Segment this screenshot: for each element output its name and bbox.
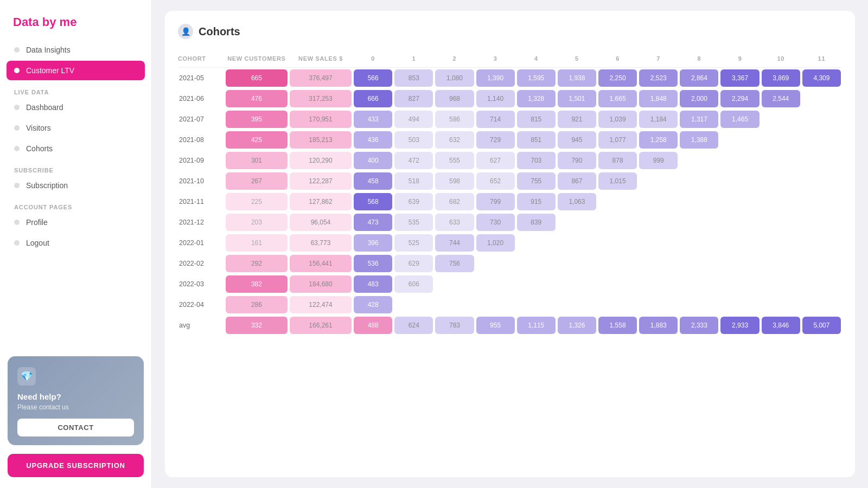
cohort-value-cell — [801, 150, 842, 171]
cohort-value-cell: 1,848 — [638, 88, 679, 109]
col-header-11: 11 — [801, 52, 842, 68]
cohort-value-cell — [516, 274, 557, 294]
cohort-value-cell — [597, 294, 638, 315]
cohort-value-cell: 566 — [353, 68, 393, 88]
cohort-value-cell: 955 — [475, 315, 516, 336]
sidebar-item-label: Dashboard — [26, 103, 63, 112]
cohort-value-cell: 1,140 — [475, 88, 516, 109]
upgrade-subscription-button[interactable]: UPGRADE SUBSCRIPTION — [8, 454, 144, 477]
cohort-value-cell: 1,115 — [516, 315, 557, 336]
sidebar: Data by me Data Insights Customer LTV LI… — [0, 0, 152, 488]
cohort-value-cell — [434, 274, 475, 294]
cohort-value-cell: 2,333 — [679, 315, 719, 336]
cohort-value-cell: 568 — [353, 191, 393, 212]
cohort-value-cell: 999 — [638, 150, 679, 171]
new-customers-cell: 382 — [225, 274, 289, 294]
new-sales-cell: 184,680 — [289, 274, 353, 294]
cohort-value-cell: 2,544 — [761, 88, 801, 109]
sidebar-navigation: Data Insights Customer LTV LIVE DATA Das… — [0, 40, 151, 348]
cohort-value-cell — [557, 294, 597, 315]
cohort-label: 2022-03 — [178, 274, 225, 294]
cohort-value-cell — [516, 233, 557, 253]
cohort-value-cell: 703 — [516, 150, 557, 171]
col-header-5: 5 — [557, 52, 597, 68]
sidebar-item-visitors[interactable]: Visitors — [7, 118, 145, 138]
cohort-value-cell — [719, 130, 760, 150]
help-title: Need help? — [17, 392, 134, 401]
sidebar-item-logout[interactable]: Logout — [7, 233, 145, 253]
new-sales-cell: 170,951 — [289, 109, 353, 130]
new-customers-cell: 395 — [225, 109, 289, 130]
sidebar-item-label: Visitors — [26, 124, 51, 132]
cohort-label: 2022-01 — [178, 233, 225, 253]
cohort-value-cell — [801, 171, 842, 191]
cohort-value-cell: 428 — [353, 294, 393, 315]
cohort-value-cell: 756 — [434, 253, 475, 274]
sidebar-item-label: Profile — [26, 218, 48, 227]
cohort-value-cell — [801, 212, 842, 233]
table-row: 2021-10267122,2874585185986527558671,015 — [178, 171, 842, 191]
cohort-value-cell: 827 — [393, 88, 434, 109]
cohort-value-cell: 867 — [557, 171, 597, 191]
cohort-value-cell: 5,007 — [801, 315, 842, 336]
sidebar-item-profile[interactable]: Profile — [7, 213, 145, 232]
table-row: avg332166,2614886247839551,1151,3261,558… — [178, 315, 842, 336]
cohort-value-cell: 2,864 — [679, 68, 719, 88]
cohort-value-cell: 2,250 — [597, 68, 638, 88]
cohort-value-cell: 1,258 — [638, 130, 679, 150]
cohort-value-cell — [801, 233, 842, 253]
cohort-value-cell — [761, 171, 801, 191]
nav-dot-icon — [14, 105, 20, 110]
sidebar-item-data-insights[interactable]: Data Insights — [7, 40, 145, 60]
cohort-value-cell — [557, 274, 597, 294]
cohort-value-cell — [801, 294, 842, 315]
cohorts-icon: 👤 — [178, 24, 193, 39]
sidebar-item-subscription[interactable]: Subscription — [7, 176, 145, 195]
cohort-value-cell — [638, 233, 679, 253]
cohort-value-cell: 598 — [434, 171, 475, 191]
cohort-value-cell — [679, 212, 719, 233]
cohort-value-cell: 915 — [516, 191, 557, 212]
cohort-value-cell — [516, 253, 557, 274]
app-logo: Data by me — [0, 0, 151, 40]
cohort-value-cell — [761, 130, 801, 150]
cohort-value-cell: 483 — [353, 274, 393, 294]
table-row: 2021-11225127,8625686396827999151,063 — [178, 191, 842, 212]
cohort-value-cell: 799 — [475, 191, 516, 212]
cohort-value-cell: 755 — [516, 171, 557, 191]
cohort-value-cell: 945 — [557, 130, 597, 150]
contact-button[interactable]: CONTACT — [17, 419, 134, 436]
cohort-value-cell: 535 — [393, 212, 434, 233]
cohort-value-cell — [475, 253, 516, 274]
cohort-value-cell: 1,080 — [434, 68, 475, 88]
table-row: 2022-0116163,7733965257441,020 — [178, 233, 842, 253]
cohort-value-cell: 1,020 — [475, 233, 516, 253]
nav-section-live-data: LIVE DATA — [7, 81, 145, 98]
cohort-value-cell — [679, 150, 719, 171]
cohort-value-cell — [393, 294, 434, 315]
cohort-value-cell: 1,558 — [597, 315, 638, 336]
cohort-value-cell — [597, 233, 638, 253]
cohort-value-cell: 1,317 — [679, 109, 719, 130]
col-header-new-sales: NEW SALES $ — [289, 52, 353, 68]
cohort-value-cell — [761, 150, 801, 171]
cohort-value-cell: 639 — [393, 191, 434, 212]
cohort-label: 2022-02 — [178, 253, 225, 274]
cohort-value-cell: 1,938 — [557, 68, 597, 88]
cohort-value-cell: 536 — [353, 253, 393, 274]
col-header-3: 3 — [475, 52, 516, 68]
sidebar-item-cohorts[interactable]: Cohorts — [7, 139, 145, 158]
table-row: 2021-09301120,29040047255562770379087899… — [178, 150, 842, 171]
sidebar-item-customer-ltv[interactable]: Customer LTV — [7, 61, 145, 80]
cohort-value-cell: 3,869 — [761, 68, 801, 88]
new-customers-cell: 267 — [225, 171, 289, 191]
cohort-value-cell — [719, 191, 760, 212]
table-row: 2021-07395170,9514334945867148159211,039… — [178, 109, 842, 130]
cohort-value-cell — [679, 171, 719, 191]
sidebar-item-dashboard[interactable]: Dashboard — [7, 98, 145, 117]
cohort-value-cell — [597, 274, 638, 294]
cohort-value-cell: 2,523 — [638, 68, 679, 88]
cohort-value-cell — [761, 253, 801, 274]
new-sales-cell: 156,441 — [289, 253, 353, 274]
new-sales-cell: 166,261 — [289, 315, 353, 336]
